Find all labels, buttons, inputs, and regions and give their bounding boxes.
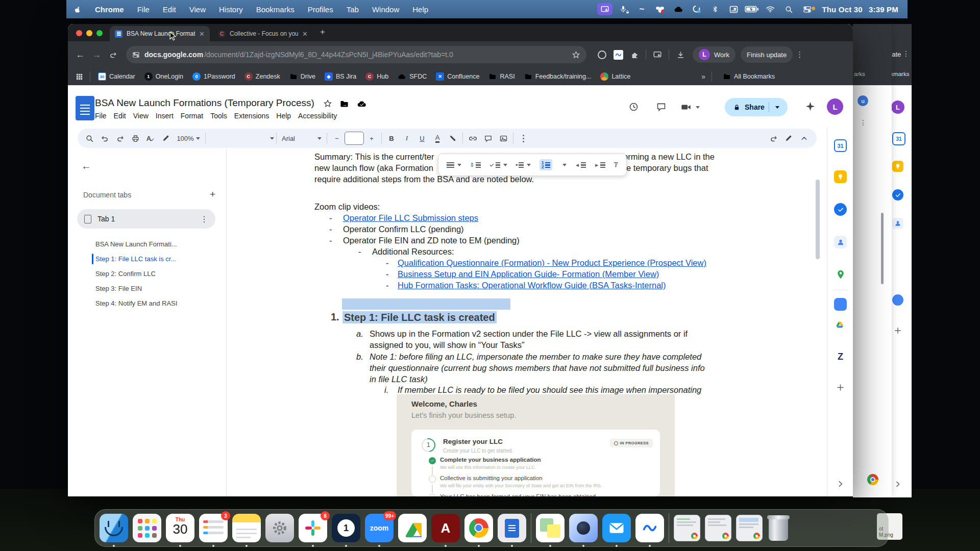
wifi-icon[interactable]: [763, 3, 778, 15]
close-window-button[interactable]: [76, 30, 82, 36]
notes-dock-icon[interactable]: [232, 514, 261, 542]
keep-panel-icon[interactable]: [834, 170, 847, 183]
docs-menu-format[interactable]: Format: [178, 111, 206, 121]
reload-button[interactable]: [105, 51, 121, 59]
google-docs-dock-icon[interactable]: [498, 514, 526, 542]
move-document-icon[interactable]: →: [339, 99, 349, 109]
minimized-window-3[interactable]: [736, 515, 763, 541]
insert-image-icon[interactable]: [496, 131, 511, 146]
styles-select[interactable]: [208, 131, 274, 146]
bookmarks-overflow-chevron[interactable]: »: [701, 72, 705, 81]
app-menu-chrome[interactable]: Chrome: [88, 0, 131, 18]
bookmark-star-icon[interactable]: [572, 51, 580, 59]
document-title[interactable]: BSA New Launch Formations (Temporary Pro…: [95, 97, 314, 109]
zoom-dock-icon[interactable]: zoom99+: [365, 514, 394, 542]
toolbar-search-icon[interactable]: [82, 131, 97, 146]
control-center-icon[interactable]: [799, 3, 815, 15]
bookmark-sfdc[interactable]: SFDC: [393, 72, 431, 81]
menu-file[interactable]: File: [131, 0, 156, 18]
menubar-time[interactable]: 3:39 PM: [869, 5, 898, 14]
finder-dock-icon[interactable]: [100, 514, 128, 542]
forward-button[interactable]: →: [88, 49, 105, 60]
launchpad-dock-icon[interactable]: [133, 514, 161, 542]
version-history-icon[interactable]: [628, 102, 639, 112]
docs-menu-file[interactable]: File: [92, 111, 109, 121]
z-addon-icon[interactable]: Z: [834, 350, 847, 363]
undo-icon[interactable]: [97, 131, 112, 146]
font-size-increase[interactable]: +: [364, 131, 379, 146]
slack-dock-icon[interactable]: 8: [299, 514, 327, 542]
contacts-panel-icon[interactable]: [834, 236, 847, 248]
bookmark-rasi-folder[interactable]: RASI: [484, 72, 519, 81]
docs-menu-tools[interactable]: Tools: [208, 111, 230, 121]
sidebar-tab-1[interactable]: Tab 1 ⋮: [77, 209, 215, 229]
star-document-icon[interactable]: [323, 99, 332, 108]
menu-profiles[interactable]: Profiles: [301, 0, 340, 18]
get-addons-icon[interactable]: [836, 383, 845, 392]
document-scrollbar[interactable]: [816, 180, 820, 259]
docs-menu-extensions[interactable]: Extensions: [232, 111, 272, 121]
profile-chip[interactable]: L Work: [693, 46, 736, 63]
minimized-window-1[interactable]: [674, 515, 700, 541]
all-bookmarks[interactable]: All Bookmarks: [718, 72, 779, 81]
chrome-dock-icon[interactable]: [464, 514, 493, 542]
reminders-dock-icon[interactable]: 3: [199, 514, 228, 542]
bookmark-lattice[interactable]: Lattice: [596, 72, 635, 81]
gemini-sparkle-icon[interactable]: [805, 101, 816, 112]
bookmark-drive-folder[interactable]: Drive: [285, 72, 320, 81]
downloads-icon[interactable]: [672, 51, 689, 59]
hide-menus-icon[interactable]: [796, 131, 812, 146]
sphere-app-dock-icon[interactable]: [569, 514, 598, 542]
text-color-icon[interactable]: A: [430, 131, 445, 146]
doc-link[interactable]: Hub Formation Tasks: Operational Workflo…: [398, 280, 666, 291]
acrobat-dock-icon[interactable]: A: [431, 514, 460, 542]
wave-extension-icon[interactable]: [610, 50, 626, 60]
add-comment-icon[interactable]: [480, 131, 496, 146]
timer-icon[interactable]: [766, 131, 781, 146]
focus-dial-icon[interactable]: [689, 3, 704, 15]
add-tab-button[interactable]: +: [210, 189, 215, 200]
embedded-screenshot[interactable]: Welcome, Charles Let’s finish your busin…: [397, 394, 675, 496]
cloud-app-icon[interactable]: [671, 3, 686, 15]
editing-mode-icon[interactable]: [781, 131, 796, 146]
menu-edit[interactable]: Edit: [156, 0, 183, 18]
onepassword-dock-icon[interactable]: 1: [332, 514, 360, 542]
bookmark-hub[interactable]: CHub: [361, 72, 393, 81]
maps-panel-icon[interactable]: [834, 268, 847, 281]
background-scrollbar[interactable]: [881, 213, 884, 284]
decrease-indent-icon[interactable]: ◄: [575, 162, 586, 168]
menubar-date[interactable]: Thu Oct 30: [822, 5, 863, 14]
align-icon[interactable]: [447, 162, 461, 168]
screen-mirroring-icon[interactable]: [597, 3, 612, 15]
highlight-color-icon[interactable]: [445, 131, 460, 146]
menu-help[interactable]: Help: [406, 0, 435, 18]
increase-indent-icon[interactable]: ►: [594, 162, 605, 168]
google-docs-logo[interactable]: [76, 96, 94, 120]
menu-bookmarks[interactable]: Bookmarks: [250, 0, 301, 18]
zoom-select[interactable]: 100%: [174, 131, 203, 146]
hide-outline-icon[interactable]: ←: [81, 160, 91, 172]
extensions-puzzle-icon[interactable]: [626, 51, 643, 59]
user-avatar[interactable]: L: [827, 98, 843, 115]
tab-collective[interactable]: C Collective - Focus on your pa ✕: [213, 26, 313, 41]
maximize-window-button[interactable]: [96, 30, 103, 36]
spell-check-icon[interactable]: A: [143, 131, 158, 146]
chat-addon-icon[interactable]: [834, 298, 847, 311]
tilde-menu-icon[interactable]: ~: [634, 3, 649, 15]
docs-menu-help[interactable]: Help: [274, 111, 293, 121]
clear-formatting-icon[interactable]: T⁄: [614, 161, 618, 169]
docs-menu-edit[interactable]: Edit: [111, 111, 129, 121]
minimize-window-button[interactable]: [86, 30, 92, 36]
system-settings-dock-icon[interactable]: [265, 514, 294, 542]
checklist-icon[interactable]: [489, 162, 507, 168]
bookmark-feedback-folder[interactable]: Feedback/training...: [520, 72, 596, 81]
document-status-icon[interactable]: [357, 99, 367, 109]
menu-tab[interactable]: Tab: [340, 0, 365, 18]
trash-dock-icon[interactable]: [767, 514, 790, 542]
navan-dock-icon[interactable]: [635, 514, 664, 542]
share-dropdown-icon[interactable]: [775, 106, 779, 109]
line-spacing-icon[interactable]: ⇕: [470, 162, 480, 168]
docs-menu-view[interactable]: View: [131, 111, 151, 121]
meet-video-button[interactable]: [680, 102, 700, 113]
bookmark-onelogin[interactable]: 1OneLogin: [140, 72, 188, 81]
